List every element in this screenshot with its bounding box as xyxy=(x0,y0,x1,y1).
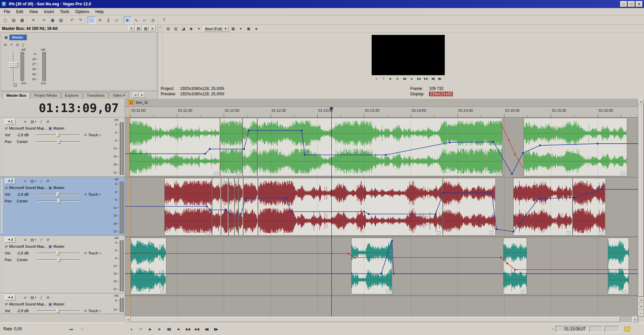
audio-event[interactable]: + xyxy=(130,238,166,294)
track-fx-button[interactable]: ƒ xyxy=(40,119,42,124)
overlays-button[interactable]: ◉ xyxy=(188,26,195,32)
record-button[interactable]: ● xyxy=(127,325,136,333)
automation-settings-button[interactable]: ▤ xyxy=(31,295,34,300)
stop-button[interactable]: ■ xyxy=(409,76,415,81)
mixer-properties-button[interactable]: ▸ xyxy=(150,26,156,31)
automation-settings-button[interactable]: ▤ xyxy=(31,119,34,124)
automation-gear-icon[interactable]: ✳ xyxy=(84,192,87,197)
vol-slider-thumb[interactable] xyxy=(56,192,59,196)
new-project-button[interactable]: ▢ xyxy=(1,16,9,24)
event-generic-icon[interactable]: + xyxy=(437,231,440,234)
play-from-start-button[interactable]: ▶ xyxy=(146,325,155,333)
timeline-time-display[interactable]: 01:13:09,07 xyxy=(0,99,125,117)
automation-settings-button[interactable]: ▤ xyxy=(31,238,34,242)
audio-event[interactable] xyxy=(238,178,243,236)
vol-slider-thumb[interactable] xyxy=(56,309,59,313)
envelope-edit-tool-button[interactable]: ∿ xyxy=(132,16,140,24)
audio-event[interactable]: + xyxy=(513,178,573,236)
menu-file[interactable]: File xyxy=(1,8,13,15)
fader-lock-icon[interactable] xyxy=(14,84,17,87)
input-routing-icon[interactable]: ⇄ xyxy=(5,186,8,190)
save-button[interactable]: ▦ xyxy=(18,16,26,24)
event-generic-icon[interactable]: + xyxy=(490,231,493,234)
undo-button[interactable]: ↶ xyxy=(68,16,76,24)
menu-help[interactable]: Help xyxy=(92,8,107,15)
automation-mode-label[interactable]: Touch xyxy=(88,192,98,196)
record-arm-button[interactable]: ● xyxy=(24,179,26,183)
downmix-output-button[interactable]: ▾ xyxy=(128,26,135,31)
rate-scrub-control[interactable]: ◂◂▸ xyxy=(69,327,73,331)
pan-slider[interactable] xyxy=(37,257,80,262)
chevron-down-icon[interactable]: ▾ xyxy=(100,193,101,196)
track-lane-4[interactable] xyxy=(125,296,638,317)
overlays-dropdown-icon[interactable]: ▾ xyxy=(196,26,202,32)
horizontal-scroll-thumb[interactable] xyxy=(131,317,620,322)
event-generic-icon[interactable]: + xyxy=(236,172,240,175)
master-bus-name[interactable]: Master xyxy=(9,35,27,40)
cut-button[interactable]: ✂ xyxy=(40,16,48,24)
vertical-scrollbar[interactable]: ▲ ▼ + − xyxy=(638,99,644,317)
track-number[interactable]: 4 xyxy=(5,295,15,300)
open-button[interactable]: ▤ xyxy=(10,16,18,24)
master-fader-thumb[interactable] xyxy=(9,62,18,68)
event-generic-icon[interactable]: + xyxy=(623,290,627,293)
zoom-in-track-height-button[interactable]: + xyxy=(638,303,644,310)
next-frame-button[interactable]: ▮▶ xyxy=(212,325,220,333)
track-lane-2[interactable]: +++++ xyxy=(125,178,638,236)
audio-event[interactable]: + xyxy=(129,118,220,176)
maximize-button[interactable]: □ xyxy=(628,1,635,7)
external-monitor-button[interactable]: ▥ xyxy=(172,26,179,32)
automation-gear-icon[interactable]: ✳ xyxy=(84,133,87,137)
event-generic-icon[interactable]: + xyxy=(214,172,218,175)
video-preview-options-button[interactable]: ▤ xyxy=(165,26,171,32)
close-button[interactable]: × xyxy=(636,1,643,7)
tab-scroll-right-button[interactable]: ▸ xyxy=(139,92,145,98)
chevron-down-icon[interactable]: ▾ xyxy=(100,252,101,255)
chevron-down-icon[interactable]: ▾ xyxy=(35,296,36,299)
dim-output-button[interactable]: ◩ xyxy=(136,26,142,31)
event-generic-icon[interactable]: + xyxy=(521,290,525,293)
stop-button[interactable]: ■ xyxy=(174,325,183,333)
bus-assign-icon[interactable]: ▣ xyxy=(48,244,52,249)
vol-value[interactable]: -2,8 dB xyxy=(17,192,36,196)
selection-edit-tool-button[interactable]: ▱ xyxy=(141,16,149,24)
audio-event[interactable]: + xyxy=(351,238,392,294)
chevron-down-icon[interactable]: ▾ xyxy=(35,238,36,241)
zoom-out-track-height-button[interactable]: − xyxy=(638,310,644,317)
chevron-down-icon[interactable]: ▾ xyxy=(35,120,36,123)
mute-button[interactable]: ⊘ xyxy=(46,295,49,300)
menu-options[interactable]: Options xyxy=(72,8,92,15)
minimize-button[interactable]: ─ xyxy=(620,1,627,7)
audio-event[interactable] xyxy=(234,178,238,236)
previous-frame-button[interactable]: ◀▮ xyxy=(202,325,211,333)
vol-slider[interactable] xyxy=(37,251,80,255)
track-drag-grip[interactable] xyxy=(1,178,3,234)
pan-value[interactable]: Center xyxy=(17,199,36,203)
track-header-2[interactable]: 2●▤▾ƒ⊘⇄Microsoft Sound Map...▣MasterVol:… xyxy=(0,177,125,236)
track-header-1[interactable]: 1●▤▾ƒ⊘⇄Microsoft Sound Map...▣MasterVol:… xyxy=(0,117,125,177)
automation-mode-label[interactable]: Touch xyxy=(88,251,98,255)
audio-event[interactable]: + xyxy=(257,118,502,176)
audio-event[interactable]: + xyxy=(164,178,212,236)
input-routing-icon[interactable]: ⇄ xyxy=(5,302,8,306)
vol-slider[interactable] xyxy=(37,192,80,197)
pan-slider-thumb[interactable] xyxy=(57,258,60,262)
tab-scroll-left-button[interactable]: ◂ xyxy=(132,92,139,98)
automation-settings-button[interactable]: ▤ xyxy=(31,179,34,183)
event-generic-icon[interactable]: + xyxy=(160,290,164,293)
tab-project-media[interactable]: Project Media xyxy=(31,92,60,99)
audio-event[interactable] xyxy=(228,178,235,236)
tab-video-f[interactable]: Video F xyxy=(109,92,129,99)
track-header-4[interactable]: 4●▤▾ƒ⊘⇄Microsoft Sound Map...▣MasterVol:… xyxy=(0,293,125,314)
lock-envelopes-button[interactable]: § xyxy=(104,16,112,24)
chevron-down-icon[interactable]: ▾ xyxy=(35,180,36,183)
mute-button[interactable]: ⊘ xyxy=(46,238,49,242)
go-to-end-button[interactable]: ▶▮ xyxy=(193,325,202,333)
audio-event[interactable]: + xyxy=(258,178,443,236)
cursor-time-box[interactable]: 01:13:09,07 xyxy=(555,326,588,332)
pause-button[interactable]: ▮▮ xyxy=(165,325,173,333)
tab-transitions[interactable]: Transitions xyxy=(83,92,108,99)
track-lane-3[interactable]: ++++ xyxy=(125,237,638,295)
pan-slider[interactable] xyxy=(37,199,80,203)
bus-assign-icon[interactable]: ▣ xyxy=(48,126,52,131)
